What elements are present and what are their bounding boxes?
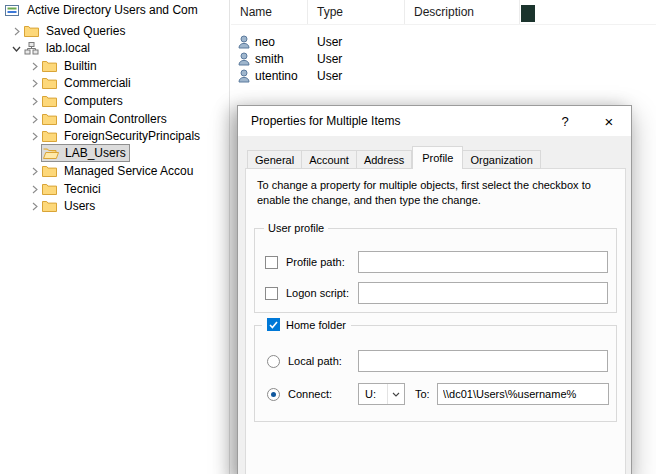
chevron-spacer: [26, 146, 42, 160]
tree-item-label: Commerciali: [61, 75, 134, 91]
folder-icon: [24, 24, 43, 38]
tree-item-label: Managed Service Accou: [61, 163, 196, 179]
chevron-right-icon[interactable]: [8, 24, 24, 38]
folder-icon: [42, 94, 61, 108]
dropdown-chevron-icon: [387, 384, 404, 404]
profile-path-checkbox[interactable]: [265, 256, 278, 269]
aduc-console-window: Active Directory Users and Com Saved Que…: [0, 0, 656, 474]
chevron-right-icon[interactable]: [26, 164, 42, 178]
chevron-right-icon[interactable]: [26, 112, 42, 126]
folder-icon: [42, 112, 61, 126]
chevron-right-icon[interactable]: [26, 59, 42, 73]
tree-item-label: Domain Controllers: [61, 111, 170, 127]
properties-dialog: Properties for Multiple Items ? × Genera…: [237, 105, 632, 474]
home-folder-group: [254, 325, 617, 422]
connect-radio[interactable]: [267, 388, 280, 401]
instruction-text-line1: To change a property for multiple object…: [257, 179, 591, 192]
chevron-right-icon[interactable]: [26, 182, 42, 196]
folder-icon: [42, 164, 61, 178]
profile-path-label: Profile path:: [286, 256, 345, 269]
tree-item-lab-users[interactable]: LAB_Users: [0, 144, 229, 162]
tree-item-label: Computers: [61, 93, 126, 109]
user-profile-group-legend: User profile: [264, 222, 328, 235]
tree-item-domain-controllers[interactable]: Domain Controllers: [0, 110, 229, 128]
home-folder-label: Home folder: [286, 319, 346, 331]
dialog-titlebar[interactable]: Properties for Multiple Items ? ×: [238, 106, 631, 136]
drive-letter-value: U:: [365, 388, 376, 400]
list-item-utentino[interactable]: utentino User: [231, 67, 656, 84]
local-path-input[interactable]: [358, 350, 608, 372]
instruction-text-line2: enable the change, and then type the cha…: [257, 194, 481, 207]
tree-item-saved-queries[interactable]: Saved Queries: [0, 22, 229, 40]
user-icon: [238, 35, 250, 49]
check-icon: [269, 321, 278, 329]
tree-item-computers[interactable]: Computers: [0, 92, 229, 110]
home-folder-checkbox[interactable]: [267, 318, 280, 331]
tree-item-foreign-security-principals[interactable]: ForeignSecurityPrincipals: [0, 127, 229, 145]
chevron-right-icon[interactable]: [26, 199, 42, 213]
tree-item-builtin[interactable]: Builtin: [0, 57, 229, 75]
list-header: Name Type Description: [231, 0, 656, 25]
column-header-description[interactable]: Description: [405, 0, 520, 24]
chevron-right-icon[interactable]: [26, 129, 42, 143]
list-item-smith[interactable]: smith User: [231, 50, 656, 67]
chevron-right-icon[interactable]: [26, 76, 42, 90]
list-item-neo[interactable]: neo User: [231, 33, 656, 50]
folder-icon: [42, 76, 61, 90]
local-path-label: Local path:: [288, 355, 342, 368]
titlebar-buttons: ? ×: [543, 106, 631, 136]
folder-icon: [42, 182, 61, 196]
open-folder-icon: [43, 146, 62, 160]
dialog-title: Properties for Multiple Items: [238, 114, 400, 128]
tree-item-label: Users: [61, 198, 98, 214]
tab-strip: General Account Address Profile Organiza…: [247, 146, 541, 169]
directory-root-icon: [5, 3, 24, 17]
console-tree-pane: Active Directory Users and Com Saved Que…: [0, 0, 230, 474]
tree-root-label: Active Directory Users and Com: [24, 2, 201, 18]
tab-general[interactable]: General: [247, 150, 302, 169]
folder-icon: [42, 59, 61, 73]
tree-item-tecnici[interactable]: Tecnici: [0, 180, 229, 198]
chevron-right-icon[interactable]: [26, 94, 42, 108]
background-window-fragment: [521, 5, 535, 22]
tab-address[interactable]: Address: [357, 150, 412, 169]
tree-item-label: lab.local: [43, 40, 93, 56]
folder-icon: [42, 129, 61, 143]
tree-item-label: Saved Queries: [43, 23, 128, 39]
column-header-name[interactable]: Name: [231, 0, 308, 24]
local-path-radio[interactable]: [267, 355, 280, 368]
tree-item-users[interactable]: Users: [0, 197, 229, 215]
tree-item-managed-service-accounts[interactable]: Managed Service Accou: [0, 162, 229, 180]
connect-path-input[interactable]: [437, 383, 609, 405]
item-name: neo: [255, 35, 275, 49]
folder-icon: [42, 199, 61, 213]
tab-profile[interactable]: Profile: [412, 146, 463, 169]
tree-item-label: ForeignSecurityPrincipals: [61, 128, 203, 144]
connect-label: Connect:: [288, 388, 332, 401]
item-type: User: [308, 52, 405, 66]
to-label: To:: [415, 388, 430, 401]
item-name: utentino: [255, 69, 298, 83]
close-button[interactable]: ×: [587, 106, 631, 136]
help-button[interactable]: ?: [543, 106, 587, 136]
tree-item-label: Tecnici: [61, 181, 104, 197]
chevron-down-icon[interactable]: [8, 41, 24, 55]
logon-script-label: Logon script:: [286, 287, 349, 300]
tree-item-label: Builtin: [61, 58, 100, 74]
object-list-pane: Name Type Description neo User smith Use…: [231, 0, 656, 104]
item-name: smith: [255, 52, 284, 66]
item-type: User: [308, 69, 405, 83]
user-icon: [238, 52, 250, 66]
user-icon: [238, 69, 250, 83]
tree-item-label: LAB_Users: [62, 145, 129, 161]
tab-organization[interactable]: Organization: [463, 150, 540, 169]
profile-path-input[interactable]: [358, 251, 608, 273]
tree-item-lab-local[interactable]: lab.local: [0, 39, 229, 57]
tree-root-item[interactable]: Active Directory Users and Com: [0, 1, 229, 19]
column-header-type[interactable]: Type: [308, 0, 405, 24]
tab-account[interactable]: Account: [302, 150, 357, 169]
logon-script-checkbox[interactable]: [265, 287, 278, 300]
drive-letter-dropdown[interactable]: U:: [358, 383, 405, 405]
tree-item-commerciali[interactable]: Commerciali: [0, 74, 229, 92]
logon-script-input[interactable]: [358, 282, 608, 304]
